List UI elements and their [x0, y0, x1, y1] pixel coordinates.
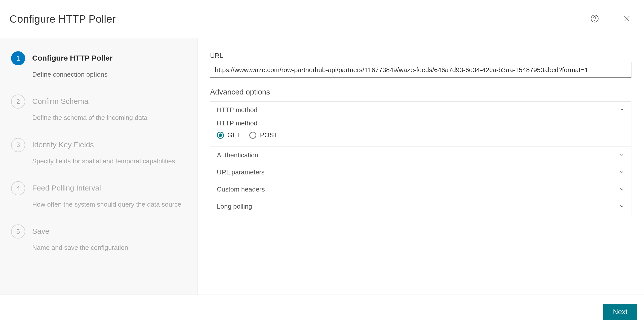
chevron-down-icon — [619, 169, 625, 176]
step-4-number: 4 — [11, 181, 25, 195]
accordion-url-parameters: URL parameters — [210, 164, 631, 181]
help-icon[interactable] — [590, 14, 599, 23]
step-1-title: Configure HTTP Poller — [32, 54, 112, 62]
accordion-http-method-body: HTTP method GET POST — [210, 118, 631, 147]
next-button[interactable]: Next — [603, 304, 637, 320]
accordion-authentication-label: Authentication — [217, 151, 258, 159]
accordion-url-parameters-header[interactable]: URL parameters — [210, 164, 631, 181]
accordion-http-method-label: HTTP method — [217, 106, 257, 114]
step-1-subtitle: Define connection options — [32, 69, 112, 79]
step-5-subtitle: Name and save the configuration — [32, 243, 128, 253]
radio-post-label: POST — [260, 131, 278, 139]
advanced-options-heading: Advanced options — [210, 88, 631, 96]
chevron-up-icon — [619, 107, 625, 113]
step-2-title: Confirm Schema — [32, 97, 147, 106]
step-1[interactable]: 1 Configure HTTP Poller Define connectio… — [11, 51, 188, 79]
modal-header: Configure HTTP Poller — [0, 0, 644, 38]
step-5-title: Save — [32, 227, 128, 236]
step-4-title: Feed Polling Interval — [32, 184, 181, 192]
step-5[interactable]: 5 Save Name and save the configuration — [11, 224, 188, 253]
chevron-down-icon — [619, 203, 625, 210]
page-title: Configure HTTP Poller — [10, 13, 116, 25]
http-method-body-label: HTTP method — [217, 119, 625, 127]
step-2[interactable]: 2 Confirm Schema Define the schema of th… — [11, 95, 188, 123]
svg-point-1 — [594, 20, 595, 21]
accordion-http-method-header[interactable]: HTTP method — [210, 102, 631, 118]
accordion-authentication-header[interactable]: Authentication — [210, 147, 631, 164]
wizard-steps: 1 Configure HTTP Poller Define connectio… — [0, 38, 197, 295]
http-method-radio-group: GET POST — [217, 131, 625, 139]
accordion-long-polling: Long polling — [210, 198, 631, 215]
radio-get[interactable]: GET — [217, 131, 241, 139]
step-3-number: 3 — [11, 138, 25, 152]
chevron-down-icon — [619, 186, 625, 193]
step-3-subtitle: Specify fields for spatial and temporal … — [32, 156, 175, 166]
accordion-custom-headers-label: Custom headers — [217, 185, 265, 193]
config-form: URL Advanced options HTTP method HTTP me… — [197, 38, 644, 295]
url-label: URL — [210, 52, 631, 60]
url-input[interactable] — [210, 62, 631, 78]
accordion-url-parameters-label: URL parameters — [217, 168, 265, 176]
step-4-subtitle: How often the system should query the da… — [32, 199, 181, 209]
chevron-down-icon — [619, 152, 625, 159]
accordion-long-polling-header[interactable]: Long polling — [210, 198, 631, 215]
step-3-title: Identify Key Fields — [32, 140, 175, 149]
step-4[interactable]: 4 Feed Polling Interval How often the sy… — [11, 181, 188, 209]
radio-get-label: GET — [227, 131, 241, 139]
accordion-http-method: HTTP method HTTP method GET POST — [210, 102, 631, 147]
radio-dot-icon — [249, 132, 256, 139]
step-3[interactable]: 3 Identify Key Fields Specify fields for… — [11, 138, 188, 166]
radio-dot-icon — [217, 132, 224, 139]
wizard-footer: Next — [0, 295, 644, 329]
accordion-long-polling-label: Long polling — [217, 203, 252, 210]
accordion-custom-headers-header[interactable]: Custom headers — [210, 181, 631, 198]
step-1-number: 1 — [11, 51, 25, 65]
step-2-subtitle: Define the schema of the incoming data — [32, 113, 147, 123]
step-2-number: 2 — [11, 95, 25, 109]
step-5-number: 5 — [11, 224, 25, 239]
advanced-accordion: HTTP method HTTP method GET POST — [210, 101, 631, 215]
accordion-custom-headers: Custom headers — [210, 181, 631, 198]
close-icon[interactable] — [622, 14, 631, 23]
accordion-authentication: Authentication — [210, 147, 631, 164]
radio-post[interactable]: POST — [249, 131, 278, 139]
header-actions — [590, 14, 631, 23]
